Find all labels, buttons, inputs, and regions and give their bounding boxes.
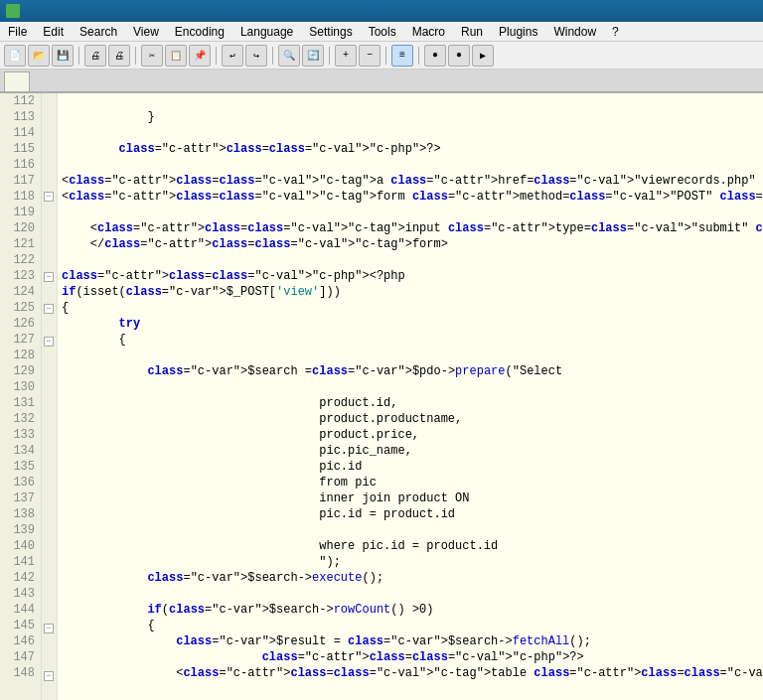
macro3-btn[interactable]: ▶	[472, 45, 494, 67]
line-num: 148	[6, 665, 35, 681]
fold-empty	[42, 398, 57, 414]
copy-btn[interactable]: 📋	[165, 45, 187, 67]
fold-empty	[42, 93, 57, 109]
sep2	[135, 47, 136, 65]
line-num: 124	[6, 284, 35, 300]
paste-btn[interactable]: 📌	[189, 45, 211, 67]
code-line: {	[62, 300, 763, 316]
fold-empty	[42, 157, 57, 173]
fold-marker[interactable]: −	[42, 301, 57, 318]
zoom-in-btn[interactable]: +	[335, 45, 357, 67]
redo-btn[interactable]: ↪	[245, 45, 267, 67]
title-bar	[0, 0, 763, 22]
fold-empty	[42, 382, 57, 398]
code-line: <class="c-attr">class=class="c-val">"c-t…	[62, 665, 763, 681]
sep5	[329, 47, 330, 65]
fold-column: − − − − − −	[42, 93, 58, 700]
line-num: 140	[6, 538, 35, 554]
menu-item-encoding[interactable]: Encoding	[167, 22, 232, 41]
macro2-btn[interactable]: ●	[448, 45, 470, 67]
menu-item-window[interactable]: Window	[545, 22, 604, 41]
line-num: 127	[6, 332, 35, 348]
menu-item-plugins[interactable]: Plugins	[491, 22, 545, 41]
sep7	[418, 47, 419, 65]
line-num: 144	[6, 602, 35, 618]
fold-empty	[42, 557, 57, 573]
line-num: 116	[6, 157, 35, 173]
code-container: 1121131141151161171181191201211221231241…	[0, 93, 763, 700]
code-line: <class="c-attr">class=class="c-val">"c-t…	[62, 220, 763, 236]
menu-item-search[interactable]: Search	[72, 22, 125, 41]
sep4	[272, 47, 273, 65]
fold-marker[interactable]: −	[42, 189, 57, 206]
code-line: product.price,	[62, 427, 763, 443]
menu-item-settings[interactable]: Settings	[301, 22, 360, 41]
fold-marker[interactable]: −	[42, 668, 57, 685]
line-num: 122	[6, 252, 35, 268]
menu-item-view[interactable]: View	[125, 22, 167, 41]
menu-bar: FileEditSearchViewEncodingLanguageSettin…	[0, 22, 763, 42]
line-num: 128	[6, 348, 35, 363]
undo-btn[interactable]: ↩	[222, 45, 243, 67]
macro-btn[interactable]: ●	[424, 45, 446, 67]
line-num: 135	[6, 459, 35, 475]
open-btn[interactable]: 📂	[28, 45, 50, 67]
fold-empty	[42, 525, 57, 541]
find-btn[interactable]: 🔍	[278, 45, 300, 67]
fold-empty	[42, 206, 57, 221]
code-line: if(class="c-var">$search->rowCount() >0)	[62, 602, 763, 618]
fold-empty	[42, 285, 57, 301]
line-num: 131	[6, 395, 35, 411]
code-line: {	[62, 332, 763, 348]
zoom-out-btn[interactable]: −	[359, 45, 381, 67]
code-line: class="c-attr">class=class="c-val">"c-ph…	[62, 268, 763, 284]
fold-empty	[42, 318, 57, 334]
tab-admin-php[interactable]	[4, 71, 30, 91]
menu-item-?[interactable]: ?	[604, 22, 627, 41]
code-editor[interactable]: } class="c-attr">class=class="c-val">"c-…	[58, 93, 763, 700]
line-num: 125	[6, 300, 35, 316]
code-line	[62, 348, 763, 363]
line-num: 141	[6, 554, 35, 570]
fold-marker[interactable]: −	[42, 269, 57, 286]
new-btn[interactable]: 📄	[4, 45, 26, 67]
code-line	[62, 205, 763, 220]
line-num: 130	[6, 379, 35, 395]
fold-empty	[42, 462, 57, 478]
menu-item-file[interactable]: File	[0, 22, 35, 41]
fold-empty	[42, 493, 57, 509]
fold-marker[interactable]: −	[42, 334, 57, 350]
line-num: 120	[6, 220, 35, 236]
line-num: 147	[6, 649, 35, 665]
code-line: try	[62, 316, 763, 332]
fold-empty	[42, 636, 57, 652]
app-icon	[6, 4, 20, 18]
wrap-btn[interactable]: ≡	[391, 45, 413, 67]
code-line: class="c-var">$result = class="c-var">$s…	[62, 633, 763, 649]
line-num: 137	[6, 490, 35, 506]
sep1	[78, 47, 79, 65]
code-line: ");	[62, 554, 763, 570]
menu-item-language[interactable]: Language	[232, 22, 301, 41]
replace-btn[interactable]: 🔄	[302, 45, 324, 67]
line-numbers: 1121131141151161171181191201211221231241…	[0, 93, 42, 700]
cut-btn[interactable]: ✂	[141, 45, 163, 67]
line-num: 136	[6, 475, 35, 490]
menu-item-tools[interactable]: Tools	[361, 22, 404, 41]
menu-item-edit[interactable]: Edit	[35, 22, 72, 41]
fold-empty	[42, 541, 57, 557]
fold-empty	[42, 446, 57, 462]
print2-btn[interactable]: 🖨	[108, 45, 130, 67]
menu-item-run[interactable]: Run	[453, 22, 491, 41]
save-btn[interactable]: 💾	[52, 45, 74, 67]
menu-item-macro[interactable]: Macro	[404, 22, 453, 41]
fold-empty	[42, 173, 57, 189]
fold-empty	[42, 414, 57, 430]
line-num: 112	[6, 93, 35, 109]
line-num: 133	[6, 427, 35, 443]
print-btn[interactable]: 🖨	[84, 45, 106, 67]
sep6	[385, 47, 386, 65]
line-num: 143	[6, 586, 35, 602]
fold-marker[interactable]: −	[42, 621, 57, 637]
line-num: 138	[6, 506, 35, 522]
